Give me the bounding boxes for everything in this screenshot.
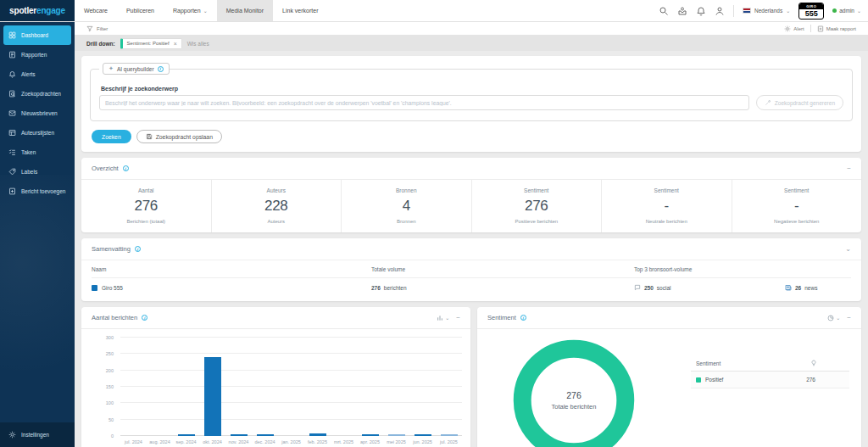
account-menu[interactable]: admin ⌄ [832,8,861,14]
summary-table: Naam Totale volume Top 3 bronsoort-volum… [81,260,861,301]
chevron-down-icon: ⌄ [445,315,449,321]
x-tick-label: mrt. 2025 [331,439,357,444]
table-row[interactable]: Giro 555 276berichten 250social 26news [92,278,851,298]
sidebar-item-alerts[interactable]: Alerts [0,64,75,84]
language-selector[interactable]: Nederlands ⌄ [743,8,790,14]
chart-type-selector[interactable]: ⌄ [827,315,840,321]
sidebar-item-nieuwsbrieven[interactable]: Nieuwsbrieven [0,103,75,123]
make-report-button[interactable]: Maak rapport [817,25,856,32]
divider [810,25,811,32]
close-icon[interactable]: × [174,41,177,47]
stat-sentiment-neutraal: Sentiment - Neutrale berichten [602,180,732,232]
sidebar-item-bericht-toevoegen[interactable]: Bericht toevoegen [0,182,75,201]
x-tick-label: okt. 2024 [199,439,225,444]
logo-text: spotlerengage [9,6,65,15]
chart-bar[interactable] [178,434,195,436]
y-tick-label: 300 [86,335,114,340]
chevron-down-icon: ⌄ [857,8,861,14]
bell-icon[interactable] [696,6,706,16]
bar-slot [199,357,225,436]
col-naam: Naam [92,266,371,272]
info-icon[interactable]: i [123,165,129,171]
overview-title: Overzicht [92,165,119,172]
nav-link-verkorter[interactable]: Link verkorter [273,0,327,21]
inbox-user-icon[interactable] [677,6,687,16]
chart-bar[interactable] [362,434,379,436]
chart-bar[interactable] [388,434,405,436]
alert-button[interactable]: Alert [784,25,804,32]
search-icon[interactable] [659,6,669,16]
sidebar-item-auteurslijsten[interactable]: Auteurslijsten [0,123,75,142]
stat-aantal: Aantal 276 Berichten (totaal) [81,180,212,232]
chart-bar[interactable] [441,434,458,436]
newspaper-icon [785,284,792,291]
gear-icon [8,431,16,439]
chevron-down-icon: ⌄ [203,8,208,14]
collapse-button[interactable]: − [456,315,460,321]
table-row[interactable]: Positief 276 [691,372,849,388]
sidebar-item-taken[interactable]: Taken [0,142,75,162]
sentiment-body: 276 Totale berichten Sentiment Posi [477,329,861,447]
donut-chart: 276 Totale berichten [509,336,638,447]
sidebar-item-rapporten[interactable]: Rapporten [0,45,75,64]
nav-webcare[interactable]: Webcare [75,0,117,21]
chart-bar[interactable] [204,357,221,436]
bar-slot [225,434,252,436]
chart-type-selector[interactable]: ⌄ [437,315,449,321]
x-tick-label: sep. 2024 [173,439,199,444]
tag-icon [8,168,16,176]
drilldown-chip-sentiment-positief[interactable]: Sentiment: Positief × [120,38,182,49]
sentiment-table: Sentiment Positief 276 [691,356,849,447]
sidebar-item-labels[interactable]: Labels [0,162,75,182]
alert-gear-icon [784,25,791,32]
nav-publiceren[interactable]: Publiceren [117,0,164,21]
clear-all-link[interactable]: Wis alles [187,41,209,47]
chart-bar[interactable] [309,433,326,436]
nav-media-monitor[interactable]: Media Monitor [217,0,273,21]
summary-panel: Samenvatting i ⌄ Naam Totale volume Top … [81,238,861,301]
overview-panel: Overzicht i − Aantal 276 Berichten (tota… [81,158,861,232]
search-document-icon [8,90,16,98]
search-topic-input[interactable] [99,95,749,110]
collapse-button[interactable]: − [847,165,851,172]
filter-toggle[interactable]: Filter [86,25,108,32]
magic-wand-icon [765,99,771,106]
giro-555-logo: GIRO 555 [798,3,824,20]
lightbulb-icon[interactable] [810,360,817,366]
sidebar-item-dashboard[interactable]: Dashboard [3,25,71,45]
info-icon[interactable]: i [135,246,141,252]
collapse-button[interactable]: − [847,315,851,321]
sentiment-label: Positief [705,377,723,383]
bar-chart-x-axis: jul. 2024aug. 2024sep. 2024okt. 2024nov.… [120,439,462,444]
x-tick-label: aug. 2024 [147,439,173,444]
info-icon[interactable]: i [158,66,164,72]
funnel-icon [86,25,93,32]
querybuilder-card: ✦ AI querybuilder i Beschrijf je zoekond… [81,56,861,152]
status-dot [832,8,837,13]
y-tick-label: 150 [86,384,114,389]
chart-bar[interactable] [415,434,431,436]
collapse-button[interactable]: ⌄ [845,246,851,253]
y-tick-label: 250 [86,351,114,356]
sidebar-item-zoekopdrachten[interactable]: Zoekopdrachten [0,84,75,103]
save-query-button[interactable]: Zoekopdracht opslaan [136,130,222,143]
user-icon[interactable] [715,6,725,16]
generate-query-button[interactable]: Zoekopdracht genereren [756,95,843,110]
nav-rapporten[interactable]: Rapporten⌄ [164,0,217,21]
bar-slot [409,434,436,436]
sentiment-value: 276 [806,377,815,383]
info-icon[interactable]: i [520,315,526,321]
search-button[interactable]: Zoeken [92,130,131,143]
chart-bar[interactable] [257,434,274,436]
row-name: Giro 555 [102,285,123,291]
sidebar-item-instellingen[interactable]: Instellingen [0,422,75,447]
topbar-right: Nederlands ⌄ GIRO 555 admin ⌄ [659,0,868,21]
bars-container [120,338,462,436]
dashboard-icon [8,31,16,39]
x-tick-label: jan. 2025 [278,439,304,444]
x-tick-label: jul. 2024 [120,439,147,444]
ai-querybuilder-tab[interactable]: ✦ AI querybuilder i [103,63,170,75]
info-icon[interactable]: i [142,315,147,321]
chart-bar[interactable] [231,434,248,436]
logo[interactable]: spotlerengage [0,0,75,21]
